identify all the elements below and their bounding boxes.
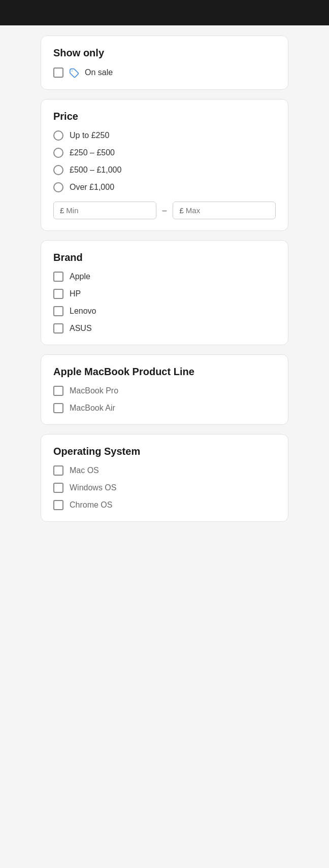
macbook-card: Apple MacBook Product Line MacBook Pro M… [41,354,288,425]
os-checkbox-1[interactable] [53,483,63,493]
price-label-2: £500 – £1,000 [70,165,121,175]
price-min-wrapper: £ [53,202,156,219]
brand-label-0: Apple [70,272,90,281]
price-range-inputs: £ – £ [53,202,276,219]
price-radio-0[interactable] [53,130,63,141]
price-max-input[interactable] [186,206,269,215]
price-label-3: Over £1,000 [70,183,114,192]
brand-checkbox-3[interactable] [53,323,63,333]
price-max-wrapper: £ [173,202,276,219]
macbook-label-1: MacBook Air [70,404,115,413]
price-radio-1[interactable] [53,148,63,158]
brand-option-3[interactable]: ASUS [53,323,276,333]
on-sale-checkbox[interactable] [53,68,63,78]
price-label-0: Up to £250 [70,131,109,140]
show-only-card: Show only On sale [41,36,288,90]
brand-option-2[interactable]: Lenovo [53,306,276,316]
macbook-checkbox-0[interactable] [53,386,63,396]
macbook-label-0: MacBook Pro [70,386,118,395]
price-card: Price Up to £250 £250 – £500 £500 – £1,0… [41,99,288,231]
brand-checkbox-0[interactable] [53,272,63,282]
price-radio-3[interactable] [53,182,63,192]
on-sale-label: On sale [85,68,113,77]
price-label-1: £250 – £500 [70,148,115,157]
macbook-title: Apple MacBook Product Line [53,366,276,378]
price-option-2[interactable]: £500 – £1,000 [53,165,276,175]
macbook-option-1[interactable]: MacBook Air [53,403,276,413]
sale-tag-icon [69,67,80,78]
brand-checkbox-2[interactable] [53,306,63,316]
brand-card: Brand Apple HP Lenovo ASUS [41,240,288,345]
os-label-0: Mac OS [70,466,99,475]
os-option-2[interactable]: Chrome OS [53,500,276,510]
price-min-input[interactable] [66,206,149,215]
os-title: Operating System [53,446,276,457]
brand-label-1: HP [70,289,81,298]
brand-title: Brand [53,252,276,263]
brand-option-1[interactable]: HP [53,289,276,299]
brand-option-0[interactable]: Apple [53,272,276,282]
svg-point-0 [72,71,73,72]
price-option-0[interactable]: Up to £250 [53,130,276,141]
os-option-0[interactable]: Mac OS [53,465,276,476]
os-label-2: Chrome OS [70,500,112,510]
price-option-3[interactable]: Over £1,000 [53,182,276,192]
os-checkbox-2[interactable] [53,500,63,510]
on-sale-row: On sale [53,67,276,78]
filter-content: Show only On sale Price Up to £250 £250 … [0,25,329,532]
top-bar [0,0,329,25]
os-option-1[interactable]: Windows OS [53,483,276,493]
price-min-currency: £ [60,206,64,215]
os-checkbox-0[interactable] [53,465,63,476]
os-card: Operating System Mac OS Windows OS Chrom… [41,434,288,522]
brand-checkbox-1[interactable] [53,289,63,299]
price-range-separator: – [162,206,167,215]
price-max-currency: £ [179,206,183,215]
show-only-title: Show only [53,47,276,59]
price-option-1[interactable]: £250 – £500 [53,148,276,158]
macbook-checkbox-1[interactable] [53,403,63,413]
price-title: Price [53,111,276,122]
price-radio-2[interactable] [53,165,63,175]
macbook-option-0[interactable]: MacBook Pro [53,386,276,396]
brand-label-2: Lenovo [70,307,96,316]
os-label-1: Windows OS [70,483,116,492]
brand-label-3: ASUS [70,324,92,333]
